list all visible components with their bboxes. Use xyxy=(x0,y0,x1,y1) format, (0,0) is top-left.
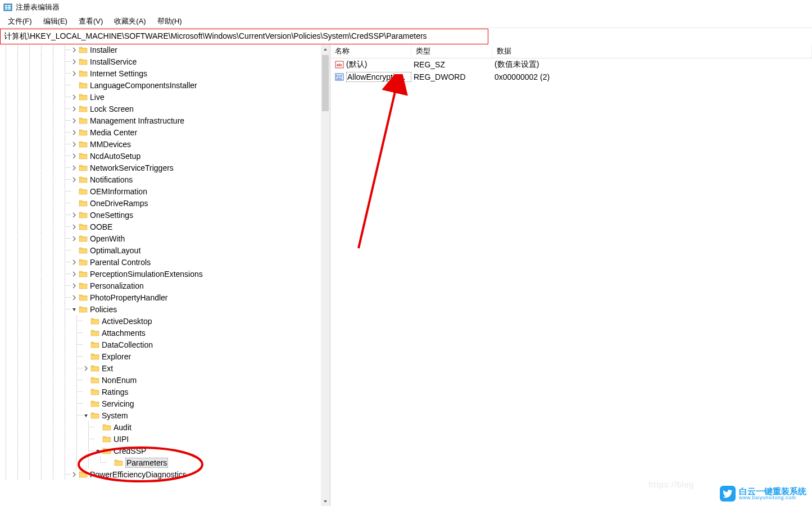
tree-item-nonenum[interactable]: NonEnum xyxy=(0,374,321,386)
expand-icon[interactable] xyxy=(71,58,78,65)
expand-icon[interactable] xyxy=(71,471,78,478)
tree-item-audit[interactable]: Audit xyxy=(0,421,321,433)
expand-icon[interactable] xyxy=(71,117,78,124)
expand-icon[interactable] xyxy=(71,129,78,136)
expand-icon[interactable] xyxy=(71,235,78,242)
folder-icon xyxy=(79,69,88,78)
folder-icon xyxy=(102,435,111,444)
tree-item-datacollection[interactable]: DataCollection xyxy=(0,339,321,350)
svg-text:1001: 1001 xyxy=(336,77,342,80)
tree-item-installservice[interactable]: InstallService xyxy=(0,56,321,67)
titlebar: 注册表编辑器 xyxy=(0,0,812,15)
tree-item-perceptionsimulationextensions[interactable]: PerceptionSimulationExtensions xyxy=(0,268,321,280)
tree-item-oobe[interactable]: OOBE xyxy=(0,221,321,233)
tree-item-uipi[interactable]: UIPI xyxy=(0,433,321,445)
tree-item-ratings[interactable]: Ratings xyxy=(0,386,321,398)
tree-item-parental-controls[interactable]: Parental Controls xyxy=(0,256,321,268)
expand-icon[interactable] xyxy=(71,176,78,183)
expand-icon[interactable] xyxy=(71,153,78,159)
expand-icon[interactable] xyxy=(71,224,78,230)
tree-item-servicing[interactable]: Servicing xyxy=(0,398,321,409)
col-name[interactable]: 名称 xyxy=(330,45,411,58)
tree-label: Lock Screen xyxy=(90,104,134,113)
tree-item-notifications[interactable]: Notifications xyxy=(0,174,321,185)
annotation-arrow xyxy=(347,74,415,254)
tree-item-explorer[interactable]: Explorer xyxy=(0,350,321,362)
tree-item-onedriveramps[interactable]: OneDriveRamps xyxy=(0,197,321,209)
tree-label: Management Infrastructure xyxy=(90,116,184,125)
tree-item-ncdautosetup[interactable]: NcdAutoSetup xyxy=(0,150,321,162)
value-row[interactable]: 01101001AllowEncryptio...REG_DWORD0x0000… xyxy=(330,71,812,83)
expand-icon[interactable] xyxy=(83,365,89,372)
tree-label: System xyxy=(102,411,128,420)
tree-item-media-center[interactable]: Media Center xyxy=(0,126,321,138)
menu-help[interactable]: 帮助(H) xyxy=(152,16,188,26)
tree-item-policies[interactable]: Policies xyxy=(0,303,321,315)
tree-item-mmdevices[interactable]: MMDevices xyxy=(0,138,321,150)
expand-icon[interactable] xyxy=(71,282,78,289)
tree-item-ext[interactable]: Ext xyxy=(0,362,321,374)
tree-item-onesettings[interactable]: OneSettings xyxy=(0,209,321,221)
window-title: 注册表编辑器 xyxy=(16,2,60,12)
expand-icon xyxy=(83,400,89,407)
expand-icon[interactable] xyxy=(71,141,78,148)
tree-item-credssp[interactable]: CredSSP xyxy=(0,445,321,457)
tree-item-installer[interactable]: Installer xyxy=(0,45,321,56)
folder-icon xyxy=(79,305,88,314)
tree-item-internet-settings[interactable]: Internet Settings xyxy=(0,67,321,79)
expand-icon[interactable] xyxy=(71,306,78,313)
expand-icon[interactable] xyxy=(71,259,78,266)
tree-item-parameters[interactable]: Parameters xyxy=(0,457,321,468)
expand-icon xyxy=(71,188,78,195)
tree-label: NcdAutoSetup xyxy=(90,152,140,161)
tree-item-activedesktop[interactable]: ActiveDesktop xyxy=(0,315,321,327)
registry-tree[interactable]: InstallerInstallServiceInternet Settings… xyxy=(0,45,321,480)
values-list[interactable]: ab(默认)REG_SZ(数值未设置)01101001AllowEncrypti… xyxy=(330,58,812,83)
tree-item-networkservicetriggers[interactable]: NetworkServiceTriggers xyxy=(0,162,321,174)
col-data[interactable]: 数据 xyxy=(492,45,812,58)
scroll-thumb[interactable] xyxy=(322,55,329,111)
menu-edit[interactable]: 编辑(E) xyxy=(38,16,73,26)
tree-item-languagecomponentsinstaller[interactable]: LanguageComponentsInstaller xyxy=(0,79,321,91)
folder-icon xyxy=(79,81,88,90)
tree-item-personalization[interactable]: Personalization xyxy=(0,280,321,291)
tree-item-system[interactable]: System xyxy=(0,409,321,421)
tree-label: Ratings xyxy=(102,388,128,396)
col-type[interactable]: 类型 xyxy=(411,45,492,58)
expand-icon[interactable] xyxy=(71,294,78,301)
tree-item-optimallayout[interactable]: OptimalLayout xyxy=(0,244,321,256)
menu-favorites[interactable]: 收藏夹(A) xyxy=(108,16,151,26)
expand-icon[interactable] xyxy=(71,271,78,277)
tree-item-attachments[interactable]: Attachments xyxy=(0,327,321,339)
folder-icon xyxy=(79,57,88,66)
svg-rect-4 xyxy=(8,5,11,6)
tree-label: UIPI xyxy=(114,435,129,444)
expand-icon[interactable] xyxy=(71,165,78,171)
tree-item-management-infrastructure[interactable]: Management Infrastructure xyxy=(0,115,321,126)
expand-icon[interactable] xyxy=(71,70,78,77)
tree-scrollbar[interactable] xyxy=(321,45,330,506)
tree-item-powerefficiencydiagnostics[interactable]: PowerEfficiencyDiagnostics xyxy=(0,468,321,480)
menu-view[interactable]: 查看(V) xyxy=(73,16,108,26)
expand-icon[interactable] xyxy=(94,448,101,454)
expand-icon[interactable] xyxy=(71,106,78,112)
folder-icon xyxy=(79,199,88,208)
tree-label: Media Center xyxy=(90,128,137,137)
expand-icon[interactable] xyxy=(71,94,78,101)
tree-label: Audit xyxy=(114,423,131,432)
address-bar[interactable]: 计算机\HKEY_LOCAL_MACHINE\SOFTWARE\Microsof… xyxy=(0,29,488,44)
scroll-down-button[interactable] xyxy=(321,497,330,506)
expand-icon[interactable] xyxy=(71,212,78,218)
tree-item-photopropertyhandler[interactable]: PhotoPropertyHandler xyxy=(0,291,321,303)
menu-file[interactable]: 文件(F) xyxy=(2,16,38,26)
tree-label: Policies xyxy=(90,305,117,314)
tree-item-openwith[interactable]: OpenWith xyxy=(0,233,321,244)
expand-icon[interactable] xyxy=(83,412,89,419)
tree-item-lock-screen[interactable]: Lock Screen xyxy=(0,103,321,115)
scroll-up-button[interactable] xyxy=(321,45,330,54)
tree-label: InstallService xyxy=(90,57,137,66)
tree-item-oeminformation[interactable]: OEMInformation xyxy=(0,185,321,197)
value-row[interactable]: ab(默认)REG_SZ(数值未设置) xyxy=(330,58,812,71)
tree-item-live[interactable]: Live xyxy=(0,91,321,103)
expand-icon[interactable] xyxy=(71,47,78,53)
